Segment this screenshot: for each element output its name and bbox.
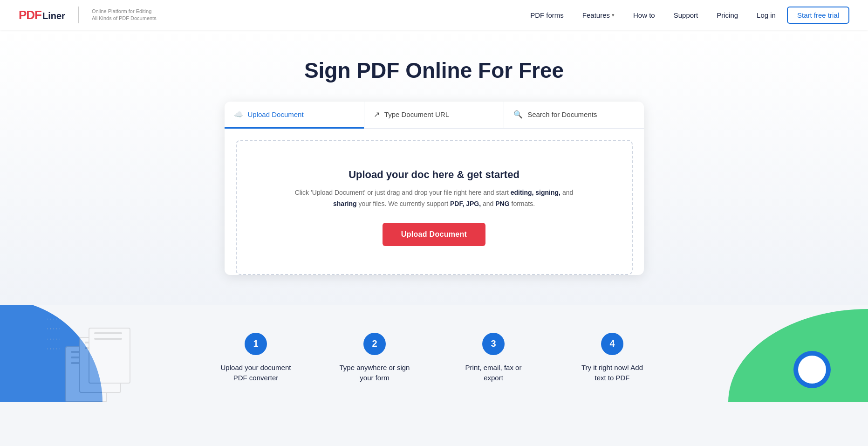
- step-2-label: Type anywhere or signyour form: [320, 363, 430, 384]
- step-2-number: 2: [363, 333, 386, 355]
- step-4: 4 Try it right now! Addtext to PDF: [558, 333, 667, 384]
- step-1-number: 1: [245, 333, 267, 355]
- upload-cloud-icon: ☁️: [234, 110, 243, 119]
- doc-watermark-decoration: [65, 328, 130, 402]
- drop-description: Click 'Upload Document' or just drag and…: [294, 187, 574, 210]
- features-chevron-icon: ▾: [612, 12, 615, 18]
- logo-area: PDF Liner Online Platform for Editing Al…: [19, 7, 157, 23]
- upload-tabs: ☁️ Upload Document ↗ Type Document URL 🔍…: [225, 102, 644, 129]
- blob-circle-decoration: [793, 351, 831, 388]
- upload-document-button[interactable]: Upload Document: [383, 223, 485, 246]
- tab-search[interactable]: 🔍 Search for Documents: [504, 102, 643, 129]
- logo-divider: [78, 7, 79, 23]
- blob-circle-inner-decoration: [798, 356, 826, 384]
- logo-tagline: Online Platform for Editing All Kinds of…: [92, 8, 157, 22]
- tab-upload[interactable]: ☁️ Upload Document: [225, 102, 364, 129]
- nav-how-to[interactable]: How to: [626, 7, 663, 23]
- nav-features[interactable]: Features ▾: [575, 7, 622, 23]
- step-4-label: Try it right now! Addtext to PDF: [558, 363, 667, 384]
- upload-container: ☁️ Upload Document ↗ Type Document URL 🔍…: [225, 102, 644, 275]
- step-2: 2 Type anywhere or signyour form: [320, 333, 430, 384]
- blob-right-decoration: [728, 309, 868, 402]
- search-icon: 🔍: [513, 110, 523, 119]
- logo-pdf: PDF: [19, 8, 41, 22]
- step-4-number: 4: [601, 333, 623, 355]
- step-3-number: 3: [482, 333, 505, 355]
- step-1-label: Upload your documentPDF converter: [201, 363, 311, 384]
- step-3-label: Print, email, fax orexport: [439, 363, 548, 384]
- drop-title: Upload your doc here & get started: [255, 169, 613, 181]
- hero-section: Sign PDF Online For Free ☁️ Upload Docum…: [0, 30, 868, 305]
- header: PDF Liner Online Platform for Editing Al…: [0, 0, 868, 30]
- nav-support[interactable]: Support: [666, 7, 706, 23]
- main-nav: PDF forms Features ▾ How to Support Pric…: [523, 7, 849, 24]
- logo: PDF Liner: [19, 8, 65, 22]
- logo-liner: Liner: [42, 11, 65, 21]
- hero-headline: Sign PDF Online For Free: [9, 58, 859, 83]
- external-link-icon: ↗: [374, 110, 380, 119]
- step-3: 3 Print, email, fax orexport: [439, 333, 548, 384]
- nav-pdf-forms[interactable]: PDF forms: [523, 7, 571, 23]
- drop-area[interactable]: Upload your doc here & get started Click…: [236, 140, 633, 275]
- step-1: 1 Upload your documentPDF converter: [201, 333, 311, 384]
- steps-list: 1 Upload your documentPDF converter 2 Ty…: [201, 333, 667, 384]
- tab-url[interactable]: ↗ Type Document URL: [364, 102, 504, 129]
- start-free-trial-button[interactable]: Start free trial: [787, 7, 849, 24]
- nav-login[interactable]: Log in: [749, 7, 783, 23]
- nav-pricing[interactable]: Pricing: [709, 7, 745, 23]
- steps-section: 1 Upload your documentPDF converter 2 Ty…: [0, 305, 868, 402]
